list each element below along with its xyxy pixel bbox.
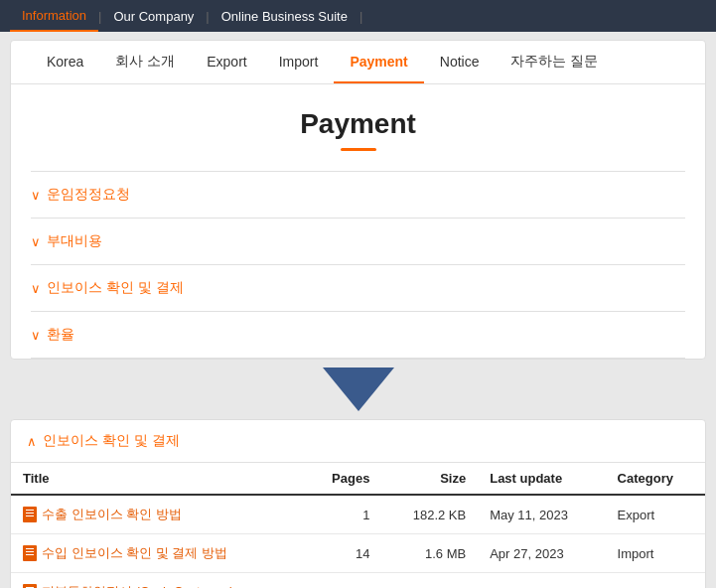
- cell-title-0[interactable]: 수출 인보이스 확인 방법: [11, 495, 305, 534]
- chevron-down-icon: ∨: [31, 234, 41, 249]
- doc-title-1: 수입 인보이스 확인 및 결제 방법: [42, 544, 227, 562]
- accordion-invoice-payment[interactable]: ∨ 인보이스 확인 및 결제: [31, 265, 685, 312]
- bottom-panel-header: ∧ 인보이스 확인 및 결제: [11, 420, 705, 463]
- nav-item-information[interactable]: Information: [10, 0, 98, 32]
- cell-category-1: Import: [606, 534, 705, 573]
- accordion-freight-rate[interactable]: ∨ 운임정정요청: [31, 171, 685, 219]
- accordion-label-invoice-payment: 인보이스 확인 및 결제: [47, 279, 184, 297]
- bottom-panel-title: 인보이스 확인 및 결제: [43, 432, 180, 450]
- documents-table: Title Pages Size Last update Category 수출…: [11, 463, 705, 588]
- doc-link-1[interactable]: 수입 인보이스 확인 및 결제 방법: [23, 544, 293, 562]
- subnav-korea[interactable]: Korea: [31, 41, 99, 83]
- cell-last-update-2: Jan 20, 2021: [478, 573, 605, 589]
- top-nav: Information | Our Company | Online Busin…: [0, 0, 716, 32]
- chevron-down-icon: ∨: [31, 188, 41, 203]
- col-header-pages: Pages: [305, 463, 382, 495]
- main-wrapper: Korea 회사 소개 Export Import Payment Notice…: [0, 32, 716, 588]
- cell-size-0: 182.2 KB: [381, 495, 478, 534]
- col-header-size: Size: [381, 463, 478, 495]
- doc-link-2[interactable]: 지불통화약정서 (Cash Customer): [23, 583, 293, 588]
- cell-pages-2: 1: [305, 573, 382, 589]
- chevron-up-icon: ∧: [27, 434, 37, 449]
- nav-divider-3: |: [359, 9, 362, 24]
- subnav-payment[interactable]: Payment: [334, 41, 423, 83]
- subnav-company-intro[interactable]: 회사 소개: [99, 41, 191, 83]
- table-row: 수입 인보이스 확인 및 결제 방법 14 1.6 MB Apr 27, 202…: [11, 534, 705, 573]
- cell-pages-0: 1: [305, 495, 382, 534]
- cell-title-1[interactable]: 수입 인보이스 확인 및 결제 방법: [11, 534, 305, 573]
- nav-item-our-company[interactable]: Our Company: [101, 0, 206, 32]
- subnav-export[interactable]: Export: [191, 41, 262, 83]
- nav-item-online-business-suite[interactable]: Online Business Suite: [210, 0, 359, 32]
- table-row: 수출 인보이스 확인 방법 1 182.2 KB May 11, 2023 Ex…: [11, 495, 705, 534]
- table-header-row: Title Pages Size Last update Category: [11, 463, 705, 495]
- chevron-down-icon: ∨: [31, 281, 41, 296]
- doc-title-0: 수출 인보이스 확인 방법: [42, 506, 182, 523]
- top-panel: Korea 회사 소개 Export Import Payment Notice…: [10, 40, 706, 360]
- col-header-category: Category: [606, 463, 705, 495]
- accordion-surcharge[interactable]: ∨ 부대비용: [31, 219, 685, 265]
- doc-link-0[interactable]: 수출 인보이스 확인 방법: [23, 506, 293, 523]
- page-title-area: Payment: [11, 84, 705, 161]
- cell-size-1: 1.6 MB: [381, 534, 478, 573]
- accordion-label-surcharge: 부대비용: [47, 232, 102, 250]
- cell-category-0: Export: [606, 495, 705, 534]
- bottom-panel: ∧ 인보이스 확인 및 결제 Title Pages Size Last upd…: [10, 419, 706, 588]
- accordion-refund[interactable]: ∨ 환율: [31, 312, 685, 359]
- doc-icon-0: [23, 507, 37, 522]
- cell-pages-1: 14: [305, 534, 382, 573]
- col-header-title: Title: [11, 463, 305, 495]
- doc-title-2: 지불통화약정서 (Cash Customer): [42, 583, 234, 588]
- sub-nav: Korea 회사 소개 Export Import Payment Notice…: [11, 41, 705, 84]
- subnav-import[interactable]: Import: [263, 41, 335, 83]
- arrow-connector: [10, 360, 706, 419]
- cell-category-2: General: [606, 573, 705, 589]
- cell-size-2: 247.5 KB: [381, 573, 478, 589]
- doc-icon-1: [23, 545, 37, 561]
- down-arrow-icon: [323, 368, 394, 411]
- cell-last-update-0: May 11, 2023: [478, 495, 605, 534]
- accordion-label-refund: 환율: [47, 326, 74, 344]
- subnav-notice[interactable]: Notice: [424, 41, 496, 83]
- accordion-label-freight-rate: 운임정정요청: [47, 186, 130, 204]
- subnav-faq[interactable]: 자주하는 질문: [495, 41, 614, 83]
- doc-icon-2: [23, 584, 37, 588]
- cell-title-2[interactable]: 지불통화약정서 (Cash Customer): [11, 573, 305, 589]
- title-underline: [341, 148, 376, 151]
- table-row: 지불통화약정서 (Cash Customer) 1 247.5 KB Jan 2…: [11, 573, 705, 589]
- page-title: Payment: [11, 108, 705, 140]
- cell-last-update-1: Apr 27, 2023: [478, 534, 605, 573]
- chevron-down-icon: ∨: [31, 328, 41, 343]
- accordion-list: ∨ 운임정정요청 ∨ 부대비용 ∨ 인보이스 확인 및 결제 ∨ 환율: [11, 171, 705, 359]
- col-header-last-update: Last update: [478, 463, 605, 495]
